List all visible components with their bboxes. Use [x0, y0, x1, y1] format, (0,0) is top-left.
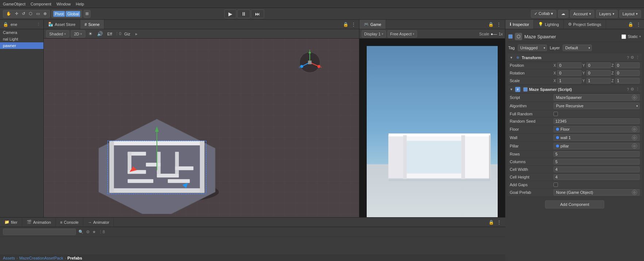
menu-window[interactable]: Window	[57, 2, 71, 6]
scene-extra-icon[interactable]: ▸	[133, 31, 140, 37]
tab-animation[interactable]: 🎬 Animation	[22, 218, 56, 227]
tab-animator[interactable]: → Animator	[83, 218, 114, 227]
scale-tool[interactable]: ⬡	[27, 11, 34, 17]
cell-height-input[interactable]	[554, 174, 640, 180]
tab-inspector[interactable]: ℹ Inspector	[505, 20, 534, 29]
scale-z-input[interactable]	[615, 78, 640, 84]
account-dropdown[interactable]: Account	[570, 10, 594, 18]
search-icon[interactable]: 🔍	[78, 230, 84, 234]
random-seed-input[interactable]	[554, 118, 640, 124]
hierarchy-item-camera[interactable]: Camera	[0, 29, 43, 36]
snap-btn[interactable]: ⊞	[84, 10, 90, 18]
transform-settings[interactable]: ⚙	[630, 55, 634, 60]
lock-inspector-icon[interactable]: 🔒	[627, 21, 634, 28]
hierarchy-menu[interactable]: ⋮	[36, 22, 41, 27]
layer-dropdown[interactable]: Default	[563, 45, 592, 51]
collab-btn[interactable]: ✓ Collab ▾	[531, 10, 556, 18]
lock-game-icon[interactable]: 🔒	[487, 21, 494, 28]
wall-ref[interactable]: wall 1 ⊙	[554, 134, 640, 141]
gizmos-btn[interactable]: Giz	[123, 31, 132, 37]
script-ref[interactable]: MazeSpawner ⊙	[554, 94, 640, 101]
tab-project[interactable]: 📁 filer	[0, 218, 22, 227]
hierarchy-item-spawner[interactable]: pawner	[0, 42, 43, 49]
dots-scene-icon[interactable]: ⋮	[350, 21, 357, 28]
audio-btn[interactable]: 🔊	[96, 30, 104, 37]
tab-scene[interactable]: # Scene	[80, 20, 104, 29]
tag-dropdown[interactable]: Untagged	[518, 45, 547, 51]
menu-component[interactable]: Component	[31, 2, 51, 6]
transform-header[interactable]: ▼ ⊕ Transform ? ⚙ ⋮	[508, 54, 642, 62]
full-random-checkbox[interactable]	[554, 112, 558, 116]
menu-help[interactable]: Help	[76, 2, 84, 6]
maze-spawner-enable-checkbox[interactable]	[523, 87, 528, 92]
scale-x-input[interactable]	[557, 78, 582, 84]
maze-spawner-help[interactable]: ?	[627, 87, 629, 92]
lock-icon[interactable]: 🔒	[3, 22, 8, 27]
position-y-input[interactable]	[586, 62, 611, 68]
dots-bottom-icon[interactable]: ⋮	[496, 219, 502, 226]
menu-gameobject[interactable]: GameObject	[3, 2, 26, 6]
breadcrumb-maze[interactable]: MazeCreationAssetPack	[19, 256, 63, 260]
rect-tool[interactable]: ▭	[35, 11, 41, 17]
rotate-tool[interactable]: ↺	[20, 11, 27, 17]
bottom-search-input[interactable]	[3, 229, 76, 235]
wall-ref-select[interactable]: ⊙	[632, 135, 637, 140]
tab-game[interactable]: 🎮 Game	[359, 20, 386, 29]
hand-tool[interactable]: ✋	[5, 11, 13, 17]
aspect-dropdown[interactable]: Free Aspect	[387, 30, 417, 38]
scale-y-input[interactable]	[586, 78, 611, 84]
pillar-ref-select[interactable]: ⊙	[632, 143, 637, 149]
static-checkbox[interactable]	[621, 34, 626, 39]
cloud-btn[interactable]: ☁	[558, 10, 568, 18]
rotation-z-input[interactable]	[615, 70, 640, 76]
floor-ref[interactable]: Floor ⊙	[554, 126, 640, 133]
play-btn[interactable]: ▶	[224, 9, 236, 18]
cell-width-input[interactable]	[554, 166, 640, 172]
position-z-input[interactable]	[615, 62, 640, 68]
tab-asset-store[interactable]: 🏪 Asset Store	[44, 20, 80, 29]
display-dropdown[interactable]: Display 1	[362, 30, 386, 38]
layout-dropdown[interactable]: Layout	[619, 10, 641, 18]
step-btn[interactable]: ⏭	[251, 9, 264, 18]
filter-icon[interactable]: ⚙	[86, 230, 90, 234]
static-arrow[interactable]: ▾	[639, 35, 641, 38]
hierarchy-item-light[interactable]: nal Light	[0, 36, 43, 42]
object-active-checkbox[interactable]	[508, 34, 513, 39]
lock-bottom-icon[interactable]: 🔒	[488, 219, 494, 226]
transform-help[interactable]: ?	[627, 55, 629, 60]
transform-tool[interactable]: ⊕	[42, 11, 48, 17]
layers-dropdown[interactable]: Layers	[596, 10, 618, 18]
move-tool[interactable]: ✛	[14, 11, 20, 17]
add-gaps-checkbox[interactable]	[554, 183, 558, 187]
goal-prefab-ref[interactable]: None (Game Object) ⊙	[554, 189, 640, 196]
breadcrumb-assets[interactable]: Assets	[3, 256, 15, 260]
goal-prefab-ref-select[interactable]: ⊙	[632, 190, 637, 195]
algorithm-dropdown[interactable]: Pure Recursive	[554, 103, 640, 109]
rows-input[interactable]	[554, 151, 640, 157]
tab-project-settings[interactable]: ⚙ Project Settings	[564, 20, 606, 29]
pause-btn[interactable]: ⏸	[237, 9, 250, 18]
tab-console[interactable]: ≡ Console	[56, 218, 84, 227]
pivot-btn[interactable]: Pivot	[53, 11, 65, 17]
dots-game-icon[interactable]: ⋮	[495, 21, 502, 28]
script-ref-select[interactable]: ⊙	[632, 95, 637, 100]
transform-extra[interactable]: ⋮	[636, 55, 640, 60]
scale-slider[interactable]: ●—	[491, 32, 497, 36]
shading-dropdown[interactable]: Shaded	[46, 30, 69, 38]
maze-spawner-settings[interactable]: ⚙	[630, 87, 634, 92]
maze-spawner-header[interactable]: ▼ # Maze Spawner (Script) ? ⚙ ⋮	[508, 85, 642, 93]
columns-input[interactable]	[554, 159, 640, 165]
bookmark-icon[interactable]: ★	[92, 230, 96, 234]
add-component-btn[interactable]: Add Component	[545, 200, 604, 208]
position-x-input[interactable]	[557, 62, 582, 68]
fx-btn[interactable]: Eff	[106, 31, 113, 37]
lighting-btn[interactable]: ☀	[87, 30, 94, 37]
rotation-x-input[interactable]	[557, 70, 582, 76]
pillar-ref[interactable]: pillar ⊙	[554, 143, 640, 149]
floor-ref-select[interactable]: ⊙	[632, 127, 637, 132]
rotation-y-input[interactable]	[586, 70, 611, 76]
tab-lighting[interactable]: 💡 Lighting	[534, 20, 564, 29]
maze-spawner-extra[interactable]: ⋮	[636, 87, 640, 92]
2d-btn[interactable]: 2D	[71, 30, 85, 38]
dots-inspector-icon[interactable]: ⋮	[635, 21, 642, 28]
